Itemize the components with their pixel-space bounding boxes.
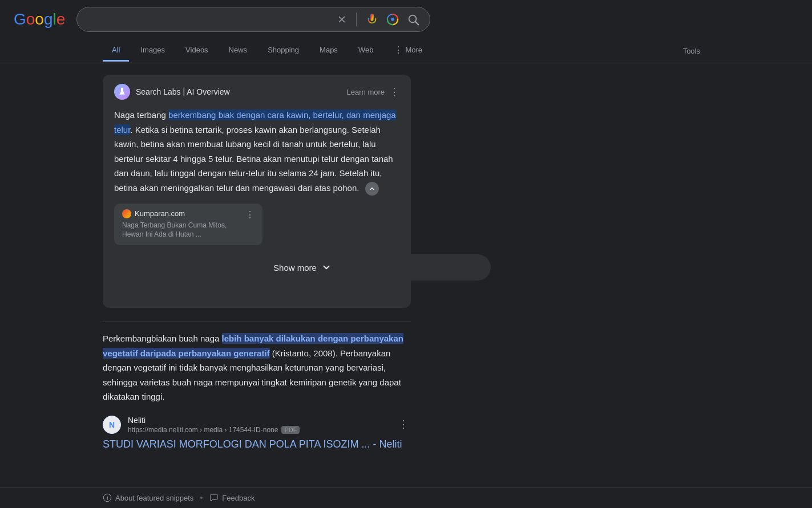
learn-more-button[interactable]: Learn more <box>347 88 385 96</box>
source-url-row: https://media.neliti.com › media › 17454… <box>128 426 300 434</box>
ai-overview-box: Search Labs | AI Overview Learn more ⋮ N… <box>103 75 411 308</box>
google-logo[interactable]: Google <box>14 10 65 29</box>
lens-icon <box>386 13 399 26</box>
ai-overview-actions: Learn more ⋮ <box>347 86 399 98</box>
search-icon <box>407 13 419 26</box>
chevron-down-icon <box>321 262 332 273</box>
ai-overview-text: Naga terbang berkembang biak dengan cara… <box>114 108 399 196</box>
nav-item-all[interactable]: All <box>103 40 129 62</box>
search-divider <box>356 13 357 26</box>
nav-item-images[interactable]: Images <box>131 40 174 62</box>
nav-item-videos[interactable]: Videos <box>176 40 217 62</box>
source-card-menu-button[interactable]: ⋮ <box>245 209 254 220</box>
source-result-neliti: N Neliti https://media.neliti.com › medi… <box>103 416 411 434</box>
neliti-favicon: N <box>103 416 121 434</box>
footer-separator <box>200 497 203 499</box>
nav-item-news[interactable]: News <box>220 40 257 62</box>
ai-text-second: Perkembangbiakan buah naga lebih banyak … <box>103 331 411 404</box>
footer-bar: About featured snippets Feedback <box>0 487 812 508</box>
clear-icon <box>337 14 347 25</box>
source-name-row: Kumparan.com <box>122 209 245 218</box>
header: Google apakah naga berkembang biak <box>0 0 812 39</box>
ai-overview-menu-button[interactable]: ⋮ <box>389 86 399 98</box>
tools-button[interactable]: Tools <box>674 41 709 61</box>
dots-icon: ⋮ <box>394 44 403 55</box>
mic-button[interactable] <box>365 12 379 27</box>
svg-line-5 <box>415 22 418 25</box>
search-input[interactable]: apakah naga berkembang biak <box>86 14 330 25</box>
nav-bar: All Images Videos News Shopping Maps Web… <box>0 39 812 63</box>
lens-button[interactable] <box>385 12 400 27</box>
feedback-icon <box>209 493 219 502</box>
source-card[interactable]: Kumparan.com Naga Terbang Bukan Cuma Mit… <box>114 204 262 246</box>
search-bar: apakah naga berkembang biak <box>76 7 430 32</box>
flask-icon <box>114 84 130 100</box>
source-result-menu-button[interactable]: ⋮ <box>396 416 411 433</box>
svg-text:N: N <box>109 420 115 429</box>
source-result-meta: Neliti https://media.neliti.com › media … <box>128 416 300 434</box>
search-button[interactable] <box>406 12 421 27</box>
ai-overview-header: Search Labs | AI Overview Learn more ⋮ <box>114 84 399 100</box>
svg-rect-6 <box>121 88 123 89</box>
pdf-badge: PDF <box>281 426 300 434</box>
svg-point-11 <box>107 496 107 497</box>
clear-button[interactable] <box>336 13 348 26</box>
source-result-link[interactable]: STUDI VARIASI MORFOLOGI DAN POLA PITA IS… <box>103 438 411 450</box>
nav-item-maps[interactable]: Maps <box>310 40 347 62</box>
svg-point-3 <box>391 18 395 21</box>
about-snippets-link[interactable]: About featured snippets <box>103 493 193 502</box>
main-content: Search Labs | AI Overview Learn more ⋮ N… <box>0 63 514 462</box>
source-card-content: Kumparan.com Naga Terbang Bukan Cuma Mit… <box>122 209 245 240</box>
nav-item-web[interactable]: Web <box>349 40 383 62</box>
collapse-button[interactable] <box>365 182 379 196</box>
info-icon <box>103 493 112 502</box>
mic-icon <box>366 13 378 26</box>
nav-item-shopping[interactable]: Shopping <box>258 40 308 62</box>
feedback-link[interactable]: Feedback <box>209 493 254 502</box>
section-divider <box>103 322 411 322</box>
nav-item-more[interactable]: ⋮ More <box>385 39 431 63</box>
source-favicon <box>122 209 131 218</box>
ai-overview-title: Search Labs | AI Overview <box>114 84 230 100</box>
neliti-logo: N <box>103 416 121 434</box>
show-more-button[interactable]: Show more <box>114 254 491 281</box>
chevron-up-icon <box>369 185 375 192</box>
